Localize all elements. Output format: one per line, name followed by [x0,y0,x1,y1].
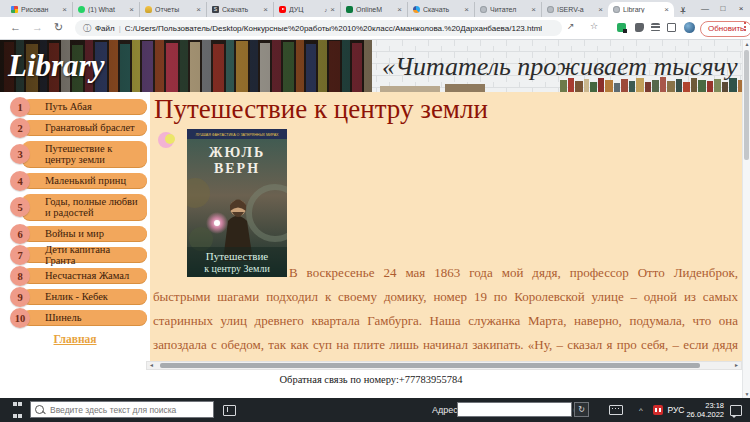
maximize-button[interactable]: □ [714,4,732,13]
excerpt-text: В воскресенье 24 мая 1863 года мой дядя,… [153,265,738,361]
bookmark-star-icon[interactable]: ☆ [590,21,598,31]
task-view-icon [223,405,236,416]
tab-youtube[interactable]: ДУЦ ♪ × [273,2,340,17]
address-go-button[interactable]: ↻ [574,402,589,417]
tab-whatsapp[interactable]: (1) What × [72,2,139,17]
share-icon[interactable]: ↗ [567,21,575,31]
reload-button[interactable]: ↻ [54,21,63,34]
trophy-favicon-icon [145,6,152,13]
scroll-left-arrow-icon[interactable]: ◄ [149,362,154,369]
sidebar-item-gody-polnye-lyubvi[interactable]: Годы, полные любви и радостей [22,194,147,220]
horizontal-scrollbar[interactable]: ◄ ► [146,361,742,370]
tab-chitatel[interactable]: Читател × [474,2,541,17]
sidebar-item-deti-kapitana-granta[interactable]: Дети капитана Гранта [22,247,147,262]
windows-taskbar: W P Адрес ∨ ↻ ^ РУС 23:18 26.04.2022 [0,398,750,422]
taskbar-search[interactable] [30,401,214,418]
sidebar-item-label: Путь Абая [45,101,92,112]
tray-red-app-button[interactable] [650,398,666,422]
scroll-up-arrow-icon[interactable]: ▲ [743,41,750,47]
book-excerpt: ЛУЧШАЯ ФАНТАСТИКА О ЗАТЕРЯННЫХ МИРАХ ЖЮЛ… [153,129,738,361]
extension-list-icon[interactable] [651,23,660,32]
sidebar-item-enlik-kebek[interactable]: Енлик - Кебек [22,289,147,304]
taskbar-clock[interactable]: 23:18 26.04.2022 [684,401,724,419]
tab-close-icon[interactable]: × [62,6,67,14]
sidebar-item-voyny-i-mir[interactable]: Войны и мир [22,226,147,241]
tab-skachat-2[interactable]: Скачать × [407,2,474,17]
tab-close-icon[interactable]: × [531,6,536,14]
scroll-down-arrow-icon[interactable]: ▼ [743,391,750,397]
tab-label: Рисован [21,6,59,13]
sidebar-item-granatovyi-braslet[interactable]: Гранатовый браслет [22,120,147,135]
item-number-badge: 4 [10,171,30,191]
tab-close-icon[interactable]: × [464,6,469,14]
red-tray-icon [653,405,663,415]
sidebar-item-malenkiy-prints[interactable]: Маленький принц [22,173,147,188]
language-label: РУС [667,405,684,415]
tab-risovan[interactable]: Рисован × [6,2,72,17]
tab-close-icon[interactable]: × [196,6,201,14]
cover-series-banner: ЛУЧШАЯ ФАНТАСТИКА О ЗАТЕРЯННЫХ МИРАХ [196,133,280,137]
update-chrome-button[interactable]: Обновить [700,21,750,37]
feedback-footer: Обратная связь по номеру:+77783955784 [0,374,742,385]
profile-avatar[interactable] [684,22,695,33]
address-toolbar-field[interactable] [458,404,572,415]
site-logo: Library [8,42,104,90]
vertical-scrollbar[interactable]: ▲ ▼ [742,40,750,398]
tray-expand-button[interactable]: ^ [634,398,648,422]
sidebar-item-shinel[interactable]: Шинель [22,310,147,325]
colorful-favicon-icon [413,6,420,13]
page-title: Путешествие к центру земли [154,94,488,125]
language-indicator[interactable]: РУС [666,398,686,422]
touch-keyboard-button[interactable] [606,398,626,422]
sidebar-item-puteshestvie[interactable]: Путешествие к центру земли [22,141,147,167]
sidebar-item-label: Войны и мир [45,228,104,239]
tab-search-chevron-icon[interactable]: ∨ [674,5,692,13]
tab-close-icon[interactable]: × [598,6,603,14]
tab-otchety[interactable]: Отчеты × [139,2,206,17]
tab-close-icon[interactable]: × [664,6,669,14]
tab-skachat-1[interactable]: S Скачать × [206,2,273,17]
sidebar-item-put-abaya[interactable]: Путь Абая [22,99,147,114]
close-window-button[interactable]: × [732,4,750,13]
start-button[interactable] [6,398,28,422]
forward-button[interactable]: → [32,21,43,33]
audio-indicator-icon[interactable]: ♪ [324,7,327,13]
tab-close-icon[interactable]: × [397,6,402,14]
url-divider: | [119,24,121,33]
tab-close-icon[interactable]: × [263,6,268,14]
task-view-button[interactable] [218,398,240,422]
extensions-puzzle-icon[interactable] [635,23,644,32]
tab-onlinem[interactable]: OnlineM × [340,2,407,17]
sidebar-item-neschastnaya-zhamal[interactable]: Несчастная Жамал [22,268,147,283]
globe-favicon-icon [547,6,554,13]
sidebar-item-label: Дети капитана Гранта [45,244,143,266]
action-center-button[interactable] [726,398,746,422]
sidebar-item-label: Шинель [45,312,82,323]
address-toolbar-label: Адрес [432,405,458,415]
cover-title-line2: к центру Земли [204,263,270,274]
browser-menu-dots-icon[interactable] [744,22,747,31]
tab-library-active[interactable]: Library × [608,2,674,17]
search-icon [35,405,44,414]
extension-frame-icon[interactable] [667,23,676,32]
youtube-favicon-icon [279,6,286,13]
book-cover-image: ЛУЧШАЯ ФАНТАСТИКА О ЗАТЕРЯННЫХ МИРАХ ЖЮЛ… [187,129,287,277]
search-input[interactable] [48,404,202,416]
minimize-button[interactable]: — [696,4,714,13]
back-button[interactable]: ← [10,21,21,33]
browser-tabstrip: Рисован × (1) What × Отчеты × S Скачать … [0,0,750,17]
page-info-icon[interactable]: ⓘ [83,23,91,34]
sidebar-item-label: Маленький принц [45,175,126,186]
vertical-scroll-thumb[interactable] [744,50,749,160]
home-link[interactable]: Главная [0,333,150,345]
tab-iserv[interactable]: ISERV-a × [541,2,608,17]
sidebar-item-label: Гранатовый браслет [45,122,135,133]
tab-close-icon[interactable]: × [330,6,335,14]
horizontal-scroll-thumb[interactable] [160,363,700,368]
address-bar[interactable]: ⓘ Файл | C:/Users/Пользователь/Desktop/К… [75,20,562,36]
scroll-right-arrow-icon[interactable]: ► [734,362,739,369]
tab-label: OnlineM [356,6,394,13]
address-toolbar-input[interactable]: ∨ [457,402,572,417]
extension-green-icon[interactable] [617,23,626,32]
tab-close-icon[interactable]: × [129,6,134,14]
